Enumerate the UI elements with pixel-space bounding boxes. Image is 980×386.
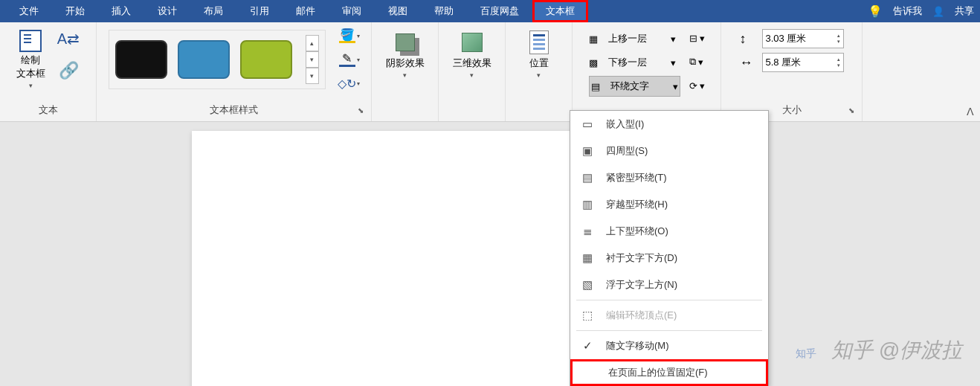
position-icon [525,30,553,55]
shape-fill-button[interactable]: 🪣▾ [339,27,360,45]
height-icon: ↕ [740,31,758,47]
wrap-text-dropdown-menu: ▭嵌入型(I) ▣四周型(S) ▤紧密型环绕(T) ▥穿越型环绕(H) ≣上下型… [570,110,769,386]
style-swatch-black[interactable] [115,40,167,79]
spinner-buttons[interactable]: ▴▾ [837,33,840,45]
wrap-tight-icon: ▤ [579,171,596,184]
dropdown-caret-icon: ▾ [671,33,676,45]
position-label: 位置 [529,57,549,70]
share-button[interactable]: 共享 [955,4,974,18]
tab-home[interactable]: 开始 [52,0,98,22]
wrap-infront-icon: ▧ [579,278,596,292]
align-icon: ⊟ [689,33,697,44]
wrap-through-item[interactable]: ▥穿越型环绕(H) [570,191,768,218]
bring-forward-icon: ▦ [589,33,605,45]
ribbon-group-shadow: 阴影效果 ▾ [372,22,439,121]
shadow-icon [391,30,419,55]
cube-icon [458,30,486,55]
fix-position-on-page-item[interactable]: 在页面上的位置固定(F) [570,359,768,386]
group-label-text: 文本 [39,103,58,120]
ribbon-group-position: 位置 ▾ [506,22,573,121]
tab-insert[interactable]: 插入 [98,0,144,22]
wrap-square-item[interactable]: ▣四周型(S) [570,138,768,164]
wrap-infront-item[interactable]: ▧浮于文字上方(N) [570,271,768,298]
group-button[interactable]: ⧉▾ [689,52,705,71]
styles-dialog-launcher[interactable]: ⬊ [358,106,368,117]
collapse-ribbon-icon[interactable]: ᐱ [967,106,974,118]
dropdown-caret-icon: ▾ [403,71,407,79]
tab-textbox-format[interactable]: 文本框 [532,0,588,22]
edit-wrap-points-item: ⬚编辑环绕顶点(E) [570,302,768,329]
document-area [0,122,980,386]
three-d-effects-label: 三维效果 [453,57,491,70]
tab-references[interactable]: 引用 [236,0,283,22]
create-link-icon[interactable]: 🔗 [59,61,79,80]
bring-forward-button[interactable]: ▦ 上移一层 ▾ [589,28,680,49]
style-swatch-blue[interactable] [178,40,230,79]
tab-view[interactable]: 视图 [375,0,421,22]
textbox-styles-gallery[interactable]: ▴ ▾ ▾ [109,30,326,89]
width-input[interactable]: 5.8 厘米 ▴▾ [762,53,844,72]
three-d-effects-button[interactable]: 三维效果 ▾ [453,27,491,79]
width-icon: ↔ [740,55,758,71]
ribbon-group-styles: ▴ ▾ ▾ 🪣▾ ✎▾ ◇↻▾ 文本框样式 ⬊ [97,22,372,121]
gallery-scroll-up[interactable]: ▴ [306,35,319,51]
wrap-top-bottom-icon: ≣ [579,225,596,238]
style-swatch-green[interactable] [240,40,292,79]
wrap-inline-icon: ▭ [579,118,596,131]
dropdown-caret-icon: ▾ [671,57,676,68]
ribbon: 绘制 文本框 ▾ A⇄ 🔗 文本 ▴ ▾ ▾ 🪣▾ [0,22,980,122]
menu-separator [576,300,762,300]
rotate-icon: ⟳ [689,80,697,91]
wrap-tight-item[interactable]: ▤紧密型环绕(T) [570,164,768,191]
user-icon: 👤 [932,6,944,17]
shape-outline-button[interactable]: ✎▾ [339,51,360,68]
tab-help[interactable]: 帮助 [421,0,467,22]
wrap-text-button[interactable]: ▤ 环绕文字 ▾ [589,76,680,97]
draw-textbox-label: 绘制 文本框 [16,54,45,80]
textbox-icon [19,30,42,52]
tab-design[interactable]: 设计 [144,0,190,22]
send-backward-button[interactable]: ▩ 下移一层 ▾ [589,52,680,73]
size-dialog-launcher[interactable]: ⬊ [848,106,859,117]
position-button[interactable]: 位置 ▾ [525,27,553,79]
ribbon-group-size: ↕ 3.03 厘米 ▴▾ ↔ 5.8 厘米 ▴▾ 大小 ⬊ [721,22,863,121]
tab-mailings[interactable]: 邮件 [283,0,329,22]
ribbon-group-arrange: ▦ 上移一层 ▾ ▩ 下移一层 ▾ ▤ 环绕文字 ▾ ⊟▾ ⧉▾ ⟳▾ [573,22,721,121]
text-direction-icon[interactable]: A⇄ [57,30,80,48]
check-icon: ✓ [579,339,596,353]
pencil-icon: ✎ [339,52,355,67]
tell-me-search[interactable]: 告诉我 [893,4,922,18]
rotate-button[interactable]: ⟳▾ [689,76,705,95]
gallery-more[interactable]: ▾ [306,68,319,84]
wrap-text-icon: ▤ [591,81,607,92]
gallery-scroll-down[interactable]: ▾ [306,51,319,68]
ribbon-group-text: 绘制 文本框 ▾ A⇄ 🔗 文本 [0,22,97,121]
tab-baidu-netdisk[interactable]: 百度网盘 [467,0,532,22]
shadow-effects-button[interactable]: 阴影效果 ▾ [386,27,425,79]
align-button[interactable]: ⊟▾ [689,28,705,48]
change-shape-button[interactable]: ◇↻▾ [339,74,360,92]
change-shape-icon: ◇↻ [339,76,355,91]
dropdown-caret-icon: ▾ [470,71,474,79]
tab-layout[interactable]: 布局 [190,0,236,22]
spinner-buttons[interactable]: ▴▾ [837,57,840,68]
height-input[interactable]: 3.03 厘米 ▴▾ [762,29,844,48]
wrap-top-bottom-item[interactable]: ≣上下型环绕(O) [570,218,768,245]
draw-textbox-button[interactable]: 绘制 文本框 ▾ [16,30,45,89]
dropdown-caret-icon: ▾ [673,81,678,92]
send-backward-icon: ▩ [589,57,605,68]
wrap-inline-item[interactable]: ▭嵌入型(I) [570,111,768,138]
move-with-text-item[interactable]: ✓随文字移动(M) [570,332,768,359]
paint-bucket-icon: 🪣 [339,28,355,43]
group-icon: ⧉ [689,56,696,68]
wrap-square-icon: ▣ [579,144,596,158]
shadow-effects-label: 阴影效果 [386,57,425,70]
wrap-behind-item[interactable]: ▦衬于文字下方(D) [570,245,768,271]
ribbon-tab-bar: 文件 开始 插入 设计 布局 引用 邮件 审阅 视图 帮助 百度网盘 文本框 💡… [0,0,980,22]
tab-review[interactable]: 审阅 [329,0,375,22]
dropdown-caret-icon: ▾ [537,71,541,79]
tab-file[interactable]: 文件 [6,0,52,22]
wrap-behind-icon: ▦ [579,251,596,265]
group-label-styles: 文本框样式 [210,103,258,120]
wrap-through-icon: ▥ [579,198,596,211]
